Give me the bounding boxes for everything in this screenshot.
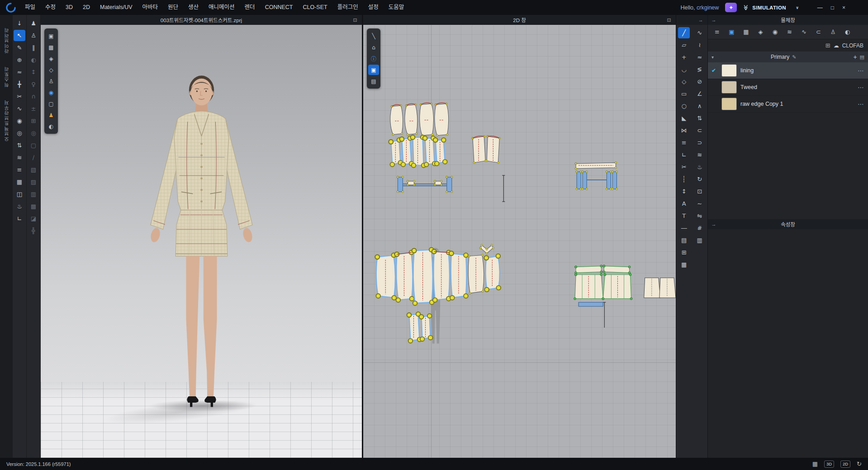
menu-item-10[interactable]: CONNECT xyxy=(260,0,298,15)
puckering-tool[interactable]: ≋ xyxy=(694,149,706,160)
fabric-row[interactable]: Tweed⋯ xyxy=(708,79,868,96)
menu-item-7[interactable]: 생산 xyxy=(183,0,204,15)
show-environment-toggle[interactable]: ◐ xyxy=(46,121,57,132)
segment-sew-tool[interactable]: ≀ xyxy=(694,39,706,51)
show-mesh-toggle[interactable]: ◈ xyxy=(46,53,57,64)
edit-pattern-tool[interactable]: ▱ xyxy=(678,39,690,51)
clo-logo[interactable] xyxy=(5,2,16,13)
trace-tool[interactable]: ∟ xyxy=(678,149,690,160)
texture-tool[interactable]: ▦ xyxy=(14,176,25,188)
avatar-joint-tool[interactable]: ♙ xyxy=(28,30,39,41)
menu-item-0[interactable]: 파일 xyxy=(20,0,40,15)
topstitch-tab[interactable]: ≋ xyxy=(783,26,796,38)
annotation-tool[interactable]: A xyxy=(678,198,690,209)
seam-taping-tool[interactable]: ≡ xyxy=(14,164,25,175)
show-fabric-2d-toggle[interactable]: ▣ xyxy=(368,65,379,75)
pattern-sleeve-pieces[interactable] xyxy=(390,103,449,135)
dart-tool[interactable]: ◣ xyxy=(678,113,690,124)
polygon-pattern-tool[interactable]: ◇ xyxy=(678,76,690,87)
zipper-2d-tool[interactable]: ⇅ xyxy=(694,113,706,124)
graphic-print-tab[interactable]: ◈ xyxy=(754,26,767,38)
pleat-sew-tool[interactable]: ∧ xyxy=(694,100,706,112)
texture-2d-tool[interactable]: ▦ xyxy=(678,259,690,270)
grading-tool[interactable]: ▤ xyxy=(678,235,690,246)
minimize-button[interactable]: — xyxy=(817,5,823,11)
pattern-skirt-pieces[interactable] xyxy=(575,266,631,306)
fit-map-tool[interactable]: ◐ xyxy=(28,54,39,66)
close-button[interactable]: × xyxy=(842,5,845,11)
pattern-back-bodice-pieces[interactable] xyxy=(473,136,499,163)
topstitch-tool[interactable]: ≋ xyxy=(14,152,25,163)
menu-item-4[interactable]: Materials/UV xyxy=(95,0,138,15)
dock-tab-1[interactable]: 히스토리 xyxy=(3,63,10,91)
measure-line-1[interactable] xyxy=(502,175,505,202)
pen-3d-tool[interactable]: ✎ xyxy=(14,42,25,53)
dock-arrow-icon[interactable]: → xyxy=(708,17,720,23)
seam-allowance-tool[interactable]: ≡ xyxy=(678,137,690,148)
avatar-skin-offset-toggle[interactable]: ♟ xyxy=(46,110,57,120)
swatch-a-tool[interactable]: ▧ xyxy=(28,164,39,175)
simulate-button[interactable]: ↓ xyxy=(14,18,25,29)
menu-item-1[interactable]: 수정 xyxy=(40,0,61,15)
transform-pattern-tool[interactable]: ╱ xyxy=(678,27,690,38)
show-baseline-2d-toggle[interactable]: ▤ xyxy=(368,76,379,86)
refresh-icon[interactable]: ↻ xyxy=(857,461,862,467)
simulation-dropdown-caret-icon[interactable]: ∨ xyxy=(796,5,799,10)
avatar-tab[interactable]: ♙ xyxy=(826,26,840,38)
target-tool[interactable]: ◎ xyxy=(28,127,39,139)
fabric-more-button[interactable]: ⋯ xyxy=(858,67,864,74)
piping-tab[interactable]: ⊂ xyxy=(812,26,825,38)
pattern-outline-2d-toggle[interactable]: ╲ xyxy=(368,31,379,41)
cut-sew-tool[interactable]: ✂ xyxy=(678,161,690,173)
float-window-icon[interactable]: ⊡ xyxy=(348,17,362,23)
show-avatar-toggle[interactable]: ♙ xyxy=(46,76,57,86)
internal-line-tool[interactable]: ┆ xyxy=(678,174,690,185)
menu-item-12[interactable]: 플러그인 xyxy=(332,0,363,15)
section-caret-icon[interactable]: ▾ xyxy=(711,55,714,60)
fabric-row[interactable]: ✔lining⋯ xyxy=(708,62,868,79)
flatten-tool[interactable]: ⊡ xyxy=(694,186,706,197)
pattern-label-tool[interactable]: T xyxy=(678,210,690,221)
board-layout-tool[interactable]: ▥ xyxy=(694,235,706,246)
select-move-tool[interactable]: ↖ xyxy=(14,30,25,41)
fabric-more-button[interactable]: ⋯ xyxy=(858,84,864,91)
show-internal-lines-toggle[interactable]: ▢ xyxy=(46,99,57,109)
piping-tool[interactable]: ⊂ xyxy=(694,125,706,136)
stamp-tool[interactable]: ◪ xyxy=(28,213,39,224)
pocket-tool[interactable]: ◫ xyxy=(14,188,25,200)
snap-tool[interactable]: ╬ xyxy=(28,225,39,236)
pattern-front-bodice-pieces[interactable] xyxy=(391,137,445,165)
measure-line-2[interactable] xyxy=(603,302,606,328)
menu-item-3[interactable]: 2D xyxy=(78,0,95,15)
measure-2d-tool[interactable]: ― xyxy=(678,222,690,234)
swatch-b-tool[interactable]: ▨ xyxy=(28,176,39,188)
edit-curve-tool[interactable]: ◡ xyxy=(678,64,690,75)
pin-tool[interactable]: ⊕ xyxy=(14,54,25,66)
pattern-jacket-pieces[interactable] xyxy=(376,245,500,303)
detach-sew-tool[interactable]: ⊘ xyxy=(694,76,706,87)
object-list-tab[interactable]: ≡ xyxy=(711,26,724,38)
dock-arrow-icon[interactable]: → xyxy=(708,221,720,227)
free-sew-tool[interactable]: ≈ xyxy=(694,52,706,63)
menu-item-2[interactable]: 3D xyxy=(61,0,78,15)
gizmo-tool[interactable]: ╋ xyxy=(14,79,25,90)
mannequin-tool[interactable]: ♀ xyxy=(28,79,39,90)
username-link[interactable]: crkginew xyxy=(697,5,719,11)
fabric-section-header[interactable]: ▾ Primary ✎ + ▤ xyxy=(708,52,868,62)
zipper-tool[interactable]: ⇅ xyxy=(14,140,25,151)
render-style-toggle[interactable]: ▣ xyxy=(46,31,57,41)
scale-avatar-tool[interactable]: ± xyxy=(28,103,39,114)
dock-arrow-icon[interactable]: → xyxy=(694,17,707,23)
menu-item-11[interactable]: CLO-SET xyxy=(298,0,332,15)
align-tool[interactable]: # xyxy=(694,222,706,234)
library-label[interactable]: CLOFAB xyxy=(842,42,863,49)
menu-item-9[interactable]: 렌더 xyxy=(240,0,260,15)
smooth-tool[interactable]: ~ xyxy=(694,198,706,209)
fabric-more-button[interactable]: ⋯ xyxy=(858,100,864,108)
pattern-waistband-pieces[interactable] xyxy=(576,163,617,189)
layout-toggle-icon[interactable]: ▦ xyxy=(812,461,818,467)
dock-tab-0[interactable]: 라이브러리 xyxy=(3,24,10,57)
pattern-belt-pieces[interactable] xyxy=(398,177,452,192)
menu-item-14[interactable]: 도움말 xyxy=(384,0,409,15)
pattern-extra-skirt-pieces[interactable] xyxy=(644,278,676,298)
